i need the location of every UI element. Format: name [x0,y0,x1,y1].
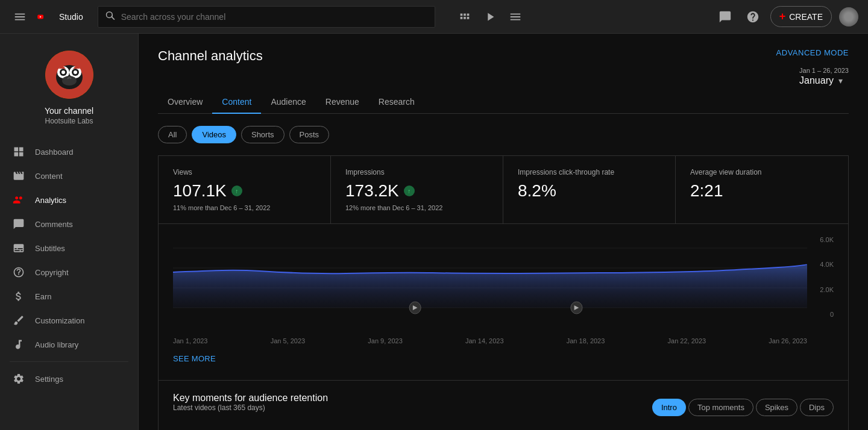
chart-section: 6.0K 4.0K 2.0K 0 [158,224,849,381]
x-label-jan18: Jan 18, 2023 [567,337,605,344]
y-label-4k: 4.0K [820,261,834,268]
moment-tab-spikes[interactable]: Spikes [756,399,797,416]
play-icon-btn[interactable] [480,7,500,27]
pill-posts[interactable]: Posts [289,126,330,143]
hamburger-button[interactable] [10,7,30,27]
messages-icon-btn[interactable] [715,7,735,27]
analytics-icon [12,194,25,206]
page-title: Channel analytics [158,48,263,64]
advanced-mode-button[interactable]: ADVANCED MODE [776,48,849,57]
stats-row: Views 107.1K ↑ 11% more than Dec 6 – 31,… [158,155,849,224]
moment-tab-dips[interactable]: Dips [800,399,834,416]
customization-icon [12,314,25,326]
sidebar-item-analytics[interactable]: Analytics [0,188,138,212]
chart-svg [173,236,807,320]
date-section: ADVANCED MODE Jan 1 – 26, 2023 January ▾ [776,48,849,86]
dashboard-icon-btn[interactable] [454,7,475,27]
chart-x-labels: Jan 1, 2023 Jan 5, 2023 Jan 9, 2023 Jan … [173,337,834,344]
sidebar-item-earn[interactable]: Earn [0,284,138,308]
dashboard-icon [12,146,25,158]
stat-card-impressions: Impressions 173.2K ↑ 12% more than Dec 6… [331,156,503,223]
sidebar-label-settings: Settings [35,375,63,384]
stat-label-impressions: Impressions [345,168,488,176]
menu-dots-btn[interactable] [505,7,526,27]
top-nav: Studio + CREATE [0,0,868,34]
video-marker-1[interactable] [409,302,421,314]
stat-value-impressions: 173.2K [345,181,399,201]
studio-text: Studio [59,12,83,22]
sidebar-item-audio-library[interactable]: Audio library [0,332,138,357]
key-moments-header: Key moments for audience retention Lates… [173,393,834,422]
video-marker-2[interactable] [571,302,582,314]
tab-overview[interactable]: Overview [158,91,212,114]
sidebar-item-settings[interactable]: Settings [0,367,138,391]
channel-avatar[interactable] [45,51,93,99]
stat-label-views: Views [173,168,316,176]
moment-tabs: Intro Top moments Spikes Dips [652,399,834,416]
pill-all[interactable]: All [158,126,187,143]
sidebar-label-audio-library: Audio library [35,340,78,349]
stat-card-avd: Average view duration 2:21 [676,156,848,223]
stat-value-ctr: 8.2% [518,181,556,201]
y-label-0: 0 [830,311,834,318]
search-bar[interactable] [98,6,435,28]
help-icon-btn[interactable] [743,7,763,27]
key-moments-section: Key moments for audience retention Lates… [158,381,849,430]
sidebar-item-content[interactable]: Content [0,164,138,188]
date-range-label: January [799,75,834,86]
x-label-jan1: Jan 1, 2023 [173,337,208,344]
stat-badge-impressions: ↑ [404,185,415,196]
sidebar-label-dashboard: Dashboard [35,148,74,157]
plus-icon: + [779,10,786,23]
channel-name: Your channel [45,106,93,116]
youtube-logo-icon [37,10,57,23]
avatar-image [839,7,858,26]
date-range-small: Jan 1 – 26, 2023 [799,67,849,74]
moment-tab-intro[interactable]: Intro [652,399,686,416]
channel-profile: Your channel Hootsuite Labs [0,39,138,135]
pill-videos[interactable]: Videos [192,126,236,143]
sidebar-item-comments[interactable]: Comments [0,212,138,236]
nav-right: + CREATE [715,6,858,27]
tab-content[interactable]: Content [212,91,261,114]
key-moments-title-group: Key moments for audience retention Lates… [173,393,328,422]
content-icon [12,170,25,182]
moment-tab-top-moments[interactable]: Top moments [688,399,753,416]
sidebar-item-dashboard[interactable]: Dashboard [0,140,138,164]
see-more-button[interactable]: SEE MORE [173,344,216,373]
tab-research[interactable]: Research [369,91,424,114]
chart-container: 6.0K 4.0K 2.0K 0 [173,236,834,332]
settings-icon [12,373,25,385]
subtitles-icon [12,242,25,254]
tab-revenue[interactable]: Revenue [316,91,369,114]
chevron-down-icon: ▾ [838,76,843,86]
sidebar-label-content: Content [35,172,63,181]
sidebar-label-copyright: Copyright [35,268,69,277]
x-label-jan14: Jan 14, 2023 [465,337,504,344]
user-avatar[interactable] [839,7,858,26]
yt-studio-logo[interactable]: Studio [37,10,83,23]
date-range-selector[interactable]: January ▾ [799,75,849,86]
svg-point-6 [61,70,65,74]
key-moments-subtitle: Latest videos (last 365 days) [173,404,328,412]
comments-icon [12,218,25,230]
pill-shorts[interactable]: Shorts [241,126,285,143]
sidebar-item-copyright[interactable]: Copyright [0,260,138,284]
sidebar-nav: Dashboard Content Analytics Comments [0,135,138,396]
key-moments-title: Key moments for audience retention [173,393,328,404]
tab-audience[interactable]: Audience [261,91,315,114]
x-label-jan22: Jan 22, 2023 [668,337,706,344]
sidebar-item-subtitles[interactable]: Subtitles [0,236,138,260]
sidebar-item-customization[interactable]: Customization [0,308,138,332]
main-content: Channel analytics ADVANCED MODE Jan 1 – … [139,34,868,430]
stat-change-impressions: 12% more than Dec 6 – 31, 2022 [345,204,488,211]
search-input[interactable] [121,12,427,22]
y-label-6k: 6.0K [820,236,834,243]
analytics-tabs: Overview Content Audience Revenue Resear… [158,91,849,114]
sidebar-divider [10,361,128,362]
nav-left: Studio [10,7,83,27]
stat-card-ctr: Impressions click-through rate 8.2% [503,156,676,223]
sidebar-label-analytics: Analytics [35,196,66,205]
nav-center-icons [454,7,526,27]
create-button[interactable]: + CREATE [770,6,832,27]
